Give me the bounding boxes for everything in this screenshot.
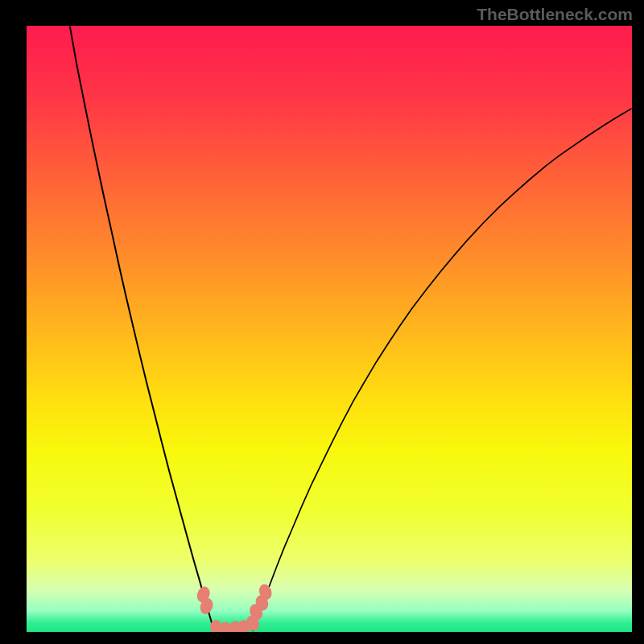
watermark-text: TheBottleneck.com xyxy=(477,5,633,24)
chart-plot xyxy=(27,26,632,632)
chart-frame: TheBottleneck.com xyxy=(0,0,644,644)
svg-rect-0 xyxy=(27,26,632,632)
